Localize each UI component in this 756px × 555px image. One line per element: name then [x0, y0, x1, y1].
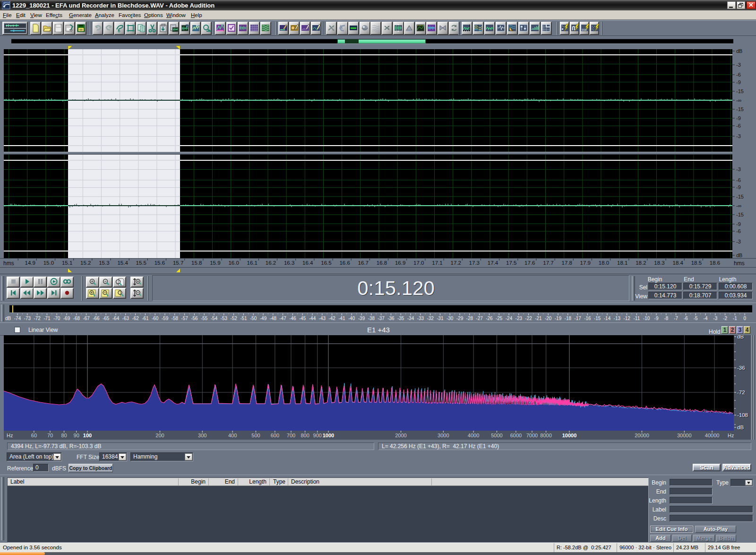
svg-text:17.6: 17.6: [524, 260, 535, 266]
svg-text:hms: hms: [734, 260, 745, 267]
svg-text:-18: -18: [565, 316, 572, 321]
svg-text:8000: 8000: [540, 433, 551, 438]
svg-text:Hz: Hz: [728, 433, 734, 438]
svg-text:-60: -60: [152, 316, 159, 321]
svg-text:-65: -65: [103, 316, 110, 321]
svg-text:-28: -28: [466, 316, 473, 321]
svg-text:-20: -20: [545, 316, 552, 321]
svg-text:15.1: 15.1: [62, 260, 72, 266]
svg-text:-15: -15: [594, 316, 601, 321]
svg-text:-63: -63: [122, 316, 129, 321]
svg-text:16.7: 16.7: [358, 260, 369, 266]
svg-text:16.6: 16.6: [339, 260, 350, 266]
svg-text:-45: -45: [299, 316, 306, 321]
svg-text:-35: -35: [397, 316, 404, 321]
svg-text:15.5: 15.5: [136, 260, 146, 266]
svg-text:-9: -9: [654, 316, 659, 321]
svg-text:-66: -66: [93, 316, 100, 321]
svg-text:-46: -46: [289, 316, 296, 321]
svg-text:-41: -41: [338, 316, 345, 321]
svg-text:-3: -3: [713, 316, 717, 321]
svg-text:16.0: 16.0: [228, 260, 239, 266]
svg-text:17.1: 17.1: [432, 260, 442, 266]
svg-text:-69: -69: [63, 316, 70, 321]
svg-text:18.2: 18.2: [636, 260, 646, 266]
svg-text:300: 300: [198, 433, 206, 438]
svg-text:-34: -34: [407, 316, 414, 321]
svg-text:dB: dB: [736, 252, 742, 258]
svg-text:-50: -50: [250, 316, 257, 321]
svg-text:17.9: 17.9: [580, 260, 591, 266]
svg-text:15.2: 15.2: [80, 260, 91, 266]
svg-text:dB: dB: [736, 48, 742, 54]
svg-text:-49: -49: [260, 316, 267, 321]
svg-text:-7: -7: [674, 316, 678, 321]
svg-text:18.3: 18.3: [654, 260, 664, 266]
svg-text:-74: -74: [14, 316, 21, 321]
svg-text:18.1: 18.1: [617, 260, 627, 266]
svg-text:-31: -31: [437, 316, 444, 321]
svg-text:-9: -9: [736, 184, 741, 190]
svg-text:1000: 1000: [323, 433, 334, 438]
svg-text:30000: 30000: [677, 433, 692, 438]
svg-text:-9: -9: [736, 79, 741, 85]
svg-text:16.9: 16.9: [395, 260, 405, 266]
svg-text:15.9: 15.9: [210, 260, 220, 266]
svg-text:-40: -40: [348, 316, 355, 321]
svg-text:-15: -15: [736, 194, 744, 199]
svg-text:-9: -9: [736, 115, 741, 121]
svg-text:-61: -61: [142, 316, 149, 321]
svg-text:-6: -6: [736, 228, 741, 234]
svg-text:-39: -39: [358, 316, 365, 321]
svg-text:dB: dB: [737, 425, 744, 430]
svg-text:-56: -56: [191, 316, 198, 321]
svg-text:2000: 2000: [395, 433, 406, 438]
svg-text:dB: dB: [737, 335, 744, 339]
svg-text:17.7: 17.7: [543, 260, 553, 266]
svg-text:17.2: 17.2: [451, 260, 461, 266]
svg-text:16.4: 16.4: [302, 260, 313, 266]
svg-text:-13: -13: [614, 316, 621, 321]
svg-text:5000: 5000: [491, 433, 502, 438]
svg-text:-36: -36: [737, 365, 745, 371]
svg-text:-33: -33: [417, 316, 424, 321]
svg-text:40000: 40000: [705, 433, 720, 438]
svg-text:-14: -14: [604, 316, 611, 321]
svg-text:3000: 3000: [438, 433, 449, 438]
svg-text:-72: -72: [737, 390, 745, 395]
svg-text:-2: -2: [723, 316, 727, 321]
svg-text:16.3: 16.3: [284, 260, 294, 266]
svg-text:-10: -10: [643, 316, 650, 321]
svg-text:15.6: 15.6: [155, 260, 165, 266]
svg-text:0: 0: [743, 316, 746, 321]
svg-text:-38: -38: [368, 316, 375, 321]
svg-text:18.6: 18.6: [710, 260, 720, 266]
svg-text:-42: -42: [328, 316, 335, 321]
svg-text:60: 60: [31, 433, 37, 438]
svg-text:200: 200: [155, 433, 164, 438]
svg-text:-15: -15: [736, 106, 744, 112]
svg-text:-6: -6: [684, 316, 688, 321]
svg-text:20000: 20000: [635, 433, 649, 438]
svg-text:-62: -62: [132, 316, 139, 321]
svg-text:-68: -68: [73, 316, 80, 321]
svg-text:-12: -12: [623, 316, 630, 321]
svg-text:-67: -67: [83, 316, 90, 321]
svg-text:-8: -8: [664, 316, 668, 321]
svg-text:-64: -64: [112, 316, 120, 321]
svg-text:600: 600: [271, 433, 279, 438]
svg-text:-108: -108: [737, 412, 748, 418]
svg-text:-44: -44: [309, 316, 316, 321]
svg-text:16.2: 16.2: [266, 260, 276, 266]
svg-text:-47: -47: [279, 316, 286, 321]
svg-text:z: z: [186, 25, 188, 28]
svg-text:-24: -24: [506, 316, 513, 321]
svg-text:18.4: 18.4: [673, 260, 684, 266]
svg-text:-16: -16: [584, 316, 591, 321]
svg-text:-∞: -∞: [736, 203, 742, 208]
svg-text:-30: -30: [447, 316, 454, 321]
svg-text:sss: sss: [582, 28, 587, 31]
svg-text:800: 800: [301, 433, 309, 438]
svg-text:-48: -48: [270, 316, 277, 321]
svg-text:-26: -26: [486, 316, 493, 321]
